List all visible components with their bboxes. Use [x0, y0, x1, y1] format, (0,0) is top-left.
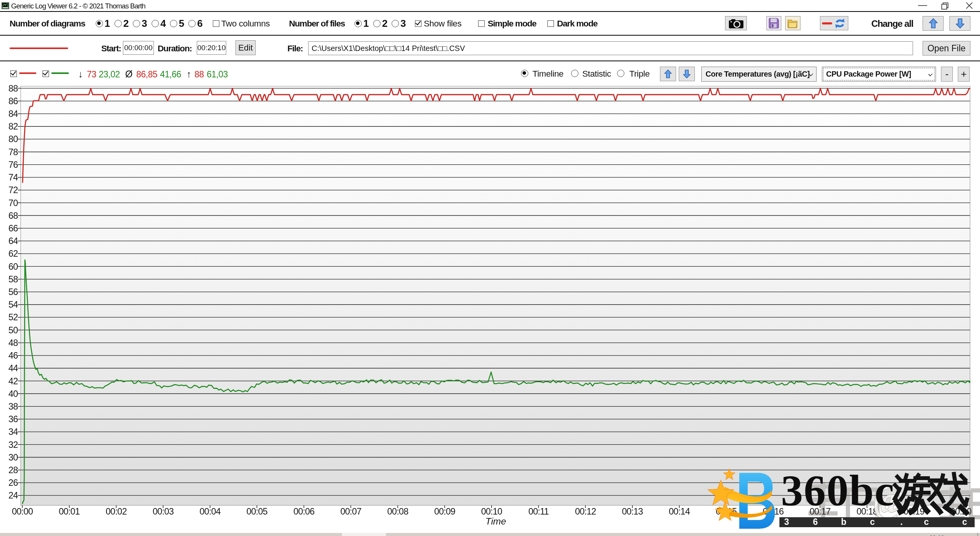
svg-text:b: b — [841, 517, 846, 527]
svg-text:c: c — [870, 517, 875, 527]
svg-text:.: . — [900, 517, 903, 527]
svg-text:c: c — [924, 517, 929, 527]
svg-text:3: 3 — [784, 517, 789, 527]
svg-text:6: 6 — [813, 517, 818, 527]
svg-text:c: c — [962, 517, 967, 527]
svg-text:360bc: 360bc — [781, 466, 895, 515]
